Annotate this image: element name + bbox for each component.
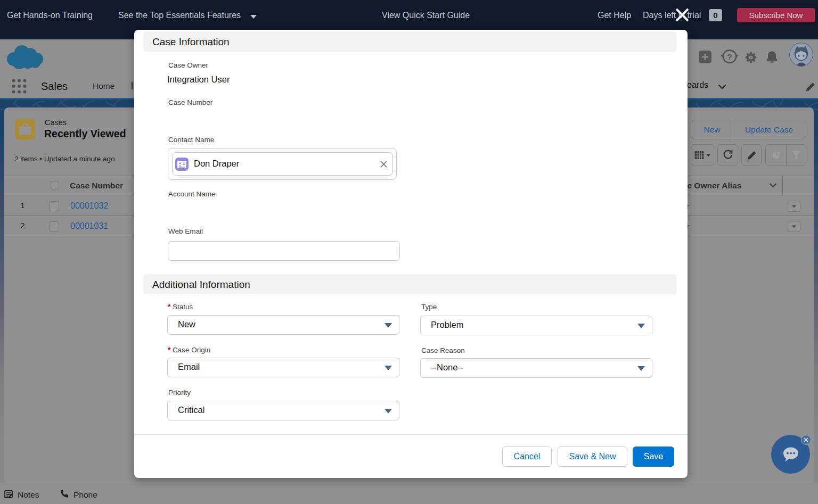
svg-text:?: ? — [727, 52, 732, 61]
